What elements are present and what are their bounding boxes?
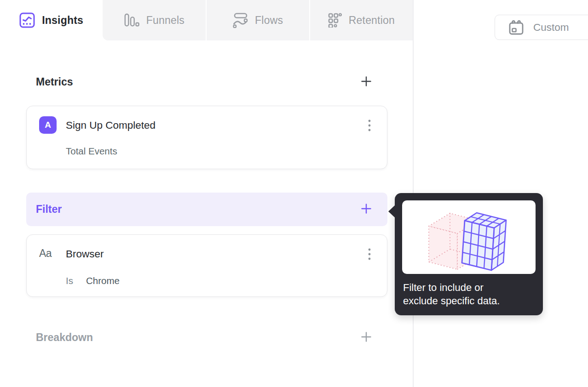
tab-label: Insights bbox=[42, 14, 83, 27]
plus-icon bbox=[360, 331, 372, 344]
insights-icon bbox=[19, 12, 35, 28]
retention-icon bbox=[328, 13, 342, 28]
metric-badge: A bbox=[39, 116, 57, 134]
filter-tooltip: Filter to include or exclude specific da… bbox=[395, 193, 543, 315]
calendar-icon bbox=[508, 19, 525, 36]
filter-title: Filter bbox=[26, 203, 62, 216]
tab-label: Flows bbox=[255, 14, 283, 27]
kebab-menu-icon bbox=[368, 248, 371, 262]
tab-insights[interactable]: Insights bbox=[0, 0, 103, 40]
tab-label: Funnels bbox=[146, 14, 184, 27]
filter-card[interactable]: Aa Browser Is Chrome bbox=[26, 234, 387, 297]
add-metric-button[interactable] bbox=[360, 76, 372, 88]
metric-menu-button[interactable] bbox=[366, 117, 373, 135]
metrics-section-header: Metrics bbox=[26, 70, 387, 94]
tooltip-arrow-left bbox=[388, 205, 395, 218]
date-range-label: Custom bbox=[533, 22, 569, 34]
report-type-tabbar: Insights Funnels Flows bbox=[0, 0, 413, 40]
metric-card[interactable]: A Sign Up Completed Total Events bbox=[26, 106, 387, 169]
flows-icon bbox=[232, 12, 248, 28]
plus-icon bbox=[360, 75, 372, 89]
filter-menu-button[interactable] bbox=[366, 246, 373, 263]
add-filter-button[interactable] bbox=[360, 204, 372, 216]
breakdown-section-header: Breakdown bbox=[26, 324, 387, 350]
filter-property-name: Browser bbox=[66, 248, 104, 260]
plus-icon bbox=[360, 203, 372, 216]
filter-cube-illustration bbox=[402, 200, 536, 274]
breakdown-title: Breakdown bbox=[26, 331, 93, 344]
metric-event-name: Sign Up Completed bbox=[66, 120, 156, 131]
tab-retention[interactable]: Retention bbox=[309, 0, 413, 40]
filter-operator[interactable]: Is bbox=[66, 275, 73, 286]
tooltip-text: Filter to include or exclude specific da… bbox=[403, 281, 520, 307]
filter-value[interactable]: Chrome bbox=[86, 275, 120, 286]
add-breakdown-button[interactable] bbox=[360, 331, 372, 343]
tab-funnels[interactable]: Funnels bbox=[103, 0, 205, 40]
metric-aggregation[interactable]: Total Events bbox=[66, 146, 117, 157]
kebab-menu-icon bbox=[368, 119, 371, 133]
filter-section-header: Filter bbox=[26, 193, 387, 226]
query-builder-panel: Insights Funnels Flows bbox=[0, 0, 413, 387]
funnels-icon bbox=[124, 13, 139, 28]
tab-flows[interactable]: Flows bbox=[206, 0, 309, 40]
date-range-custom-button[interactable]: Custom bbox=[495, 15, 588, 40]
tab-label: Retention bbox=[349, 14, 395, 27]
filter-clause: Is Chrome bbox=[66, 275, 120, 286]
metrics-title: Metrics bbox=[26, 76, 73, 88]
string-property-type-icon: Aa bbox=[39, 247, 52, 260]
